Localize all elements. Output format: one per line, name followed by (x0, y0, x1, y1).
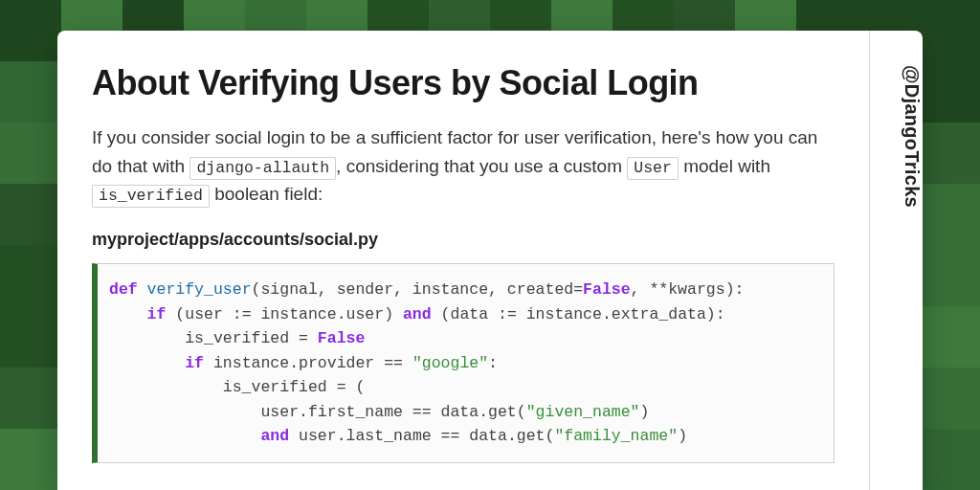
code-line: is_verified = False (109, 326, 818, 351)
bg-cell (0, 61, 61, 122)
bg-cell (0, 429, 61, 490)
bg-cell (0, 245, 61, 306)
code-line: user.first_name == data.get("given_name"… (109, 400, 818, 425)
code-line: and user.last_name == data.get("family_n… (109, 424, 818, 449)
bg-cell (0, 122, 61, 184)
content-card: About Verifying Users by Social Login If… (57, 31, 923, 490)
card-sidebar: @DjangoTricks (869, 31, 923, 490)
inline-code-user: User (627, 157, 679, 180)
code-line: def verify_user(signal, sender, instance… (109, 278, 818, 302)
bg-cell (919, 429, 980, 490)
bg-cell (0, 306, 61, 368)
bg-cell (919, 368, 980, 429)
bg-cell (0, 0, 61, 61)
lead-text-2: , considering that you use a custom (336, 156, 627, 176)
bg-cell (919, 61, 980, 122)
bg-cell (919, 306, 980, 368)
lead-text-4: boolean field: (210, 184, 323, 204)
bg-cell (919, 245, 980, 306)
card-main: About Verifying Users by Social Login If… (57, 31, 869, 490)
bg-cell (919, 0, 980, 61)
lead-text-3: model with (679, 156, 770, 176)
lead-paragraph: If you consider social login to be a suf… (92, 123, 835, 209)
bg-cell (919, 122, 980, 184)
bg-cell (0, 184, 61, 245)
bg-cell (0, 368, 61, 429)
bg-cell (919, 184, 980, 245)
inline-code-isverified: is_verified (92, 185, 210, 208)
code-line: if (user := instance.user) and (data := … (109, 302, 818, 327)
code-block: def verify_user(signal, sender, instance… (92, 263, 835, 463)
page-title: About Verifying Users by Social Login (92, 63, 835, 102)
inline-code-allauth: django-allauth (189, 157, 336, 180)
code-line: if instance.provider == "google": (109, 351, 818, 376)
file-path-label: myproject/apps/accounts/social.py (92, 230, 835, 250)
author-handle: @DjangoTricks (870, 65, 923, 208)
code-line: is_verified = ( (109, 375, 818, 400)
